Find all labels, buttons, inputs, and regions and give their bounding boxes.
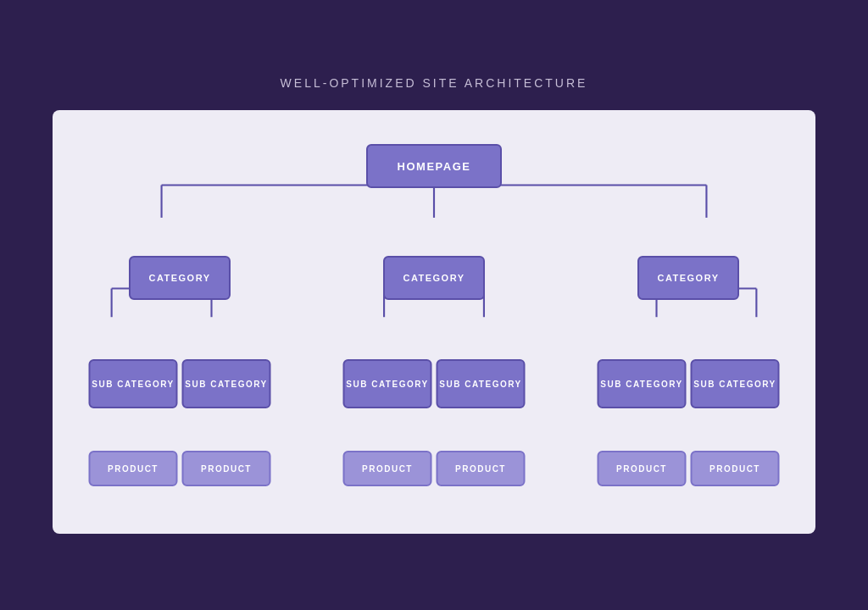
node-subcategory-6: SUB CATEGORY <box>691 359 780 408</box>
diagram-container: HOMEPAGE CATEGORY CATEGORY CATEGORY SUB … <box>53 110 815 534</box>
node-category-3: CATEGORY <box>637 256 739 300</box>
node-product-6: PRODUCT <box>691 451 780 486</box>
node-category-1: CATEGORY <box>129 256 231 300</box>
node-subcategory-3: SUB CATEGORY <box>343 359 432 408</box>
node-category-2: CATEGORY <box>383 256 485 300</box>
node-homepage: HOMEPAGE <box>366 144 502 188</box>
node-product-4: PRODUCT <box>437 451 526 486</box>
page-title: WELL-OPTIMIZED SITE ARCHITECTURE <box>281 76 588 90</box>
node-product-1: PRODUCT <box>89 451 178 486</box>
node-product-2: PRODUCT <box>182 451 271 486</box>
node-product-3: PRODUCT <box>343 451 432 486</box>
node-subcategory-4: SUB CATEGORY <box>437 359 526 408</box>
node-subcategory-5: SUB CATEGORY <box>598 359 687 408</box>
node-subcategory-1: SUB CATEGORY <box>89 359 178 408</box>
node-product-5: PRODUCT <box>598 451 687 486</box>
node-subcategory-2: SUB CATEGORY <box>182 359 271 408</box>
